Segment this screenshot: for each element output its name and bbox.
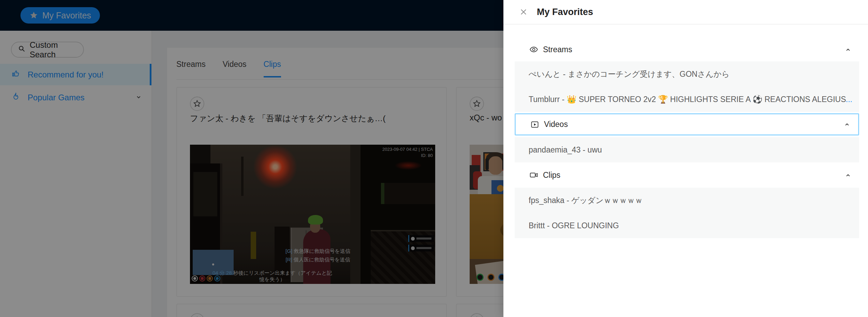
- streams-list: ぺいんと - まさかのコーチング受けます、GONさんから Tumblurr - …: [515, 61, 859, 112]
- play-square-icon: [530, 120, 539, 129]
- eye-icon: [529, 45, 538, 54]
- favorite-clip-item[interactable]: Brittt - OGRE LOUNGING: [515, 213, 859, 238]
- chevron-up-icon: [843, 121, 851, 128]
- drawer-title: My Favorites: [537, 7, 593, 17]
- favorites-drawer: My Favorites Streams ぺいんと - まさかのコーチング受けま…: [503, 0, 868, 317]
- favorite-stream-item[interactable]: ぺいんと - まさかのコーチング受けます、GONさんから: [515, 61, 859, 87]
- favorite-stream-item[interactable]: Tumblurr - 👑 SUPER TORNEO 2v2 🏆 HIGHLIGH…: [515, 87, 859, 112]
- section-label: Videos: [544, 120, 568, 129]
- drawer-body: Streams ぺいんと - まさかのコーチング受けます、GONさんから Tum…: [503, 25, 868, 238]
- truncation-ellipsis: ...: [846, 95, 852, 104]
- app-root: My Favorites Custom Search Recommend for…: [0, 0, 868, 317]
- chevron-up-icon: [844, 172, 852, 179]
- favorite-video-item[interactable]: pandaemia_43 - uwu: [515, 137, 859, 162]
- drawer-header: My Favorites: [503, 0, 868, 25]
- section-label: Clips: [543, 171, 560, 180]
- section-streams[interactable]: Streams: [515, 38, 859, 61]
- video-camera-icon: [529, 171, 538, 179]
- videos-list: pandaemia_43 - uwu: [515, 137, 859, 162]
- section-label: Streams: [543, 45, 572, 54]
- clips-list: fps_shaka - ゲッダンｗｗｗｗｗ Brittt - OGRE LOUN…: [515, 188, 859, 238]
- chevron-up-icon: [844, 46, 852, 53]
- section-videos[interactable]: Videos: [515, 113, 859, 135]
- section-clips[interactable]: Clips: [515, 162, 859, 188]
- favorite-clip-item[interactable]: fps_shaka - ゲッダンｗｗｗｗｗ: [515, 188, 859, 213]
- close-icon[interactable]: [519, 8, 528, 16]
